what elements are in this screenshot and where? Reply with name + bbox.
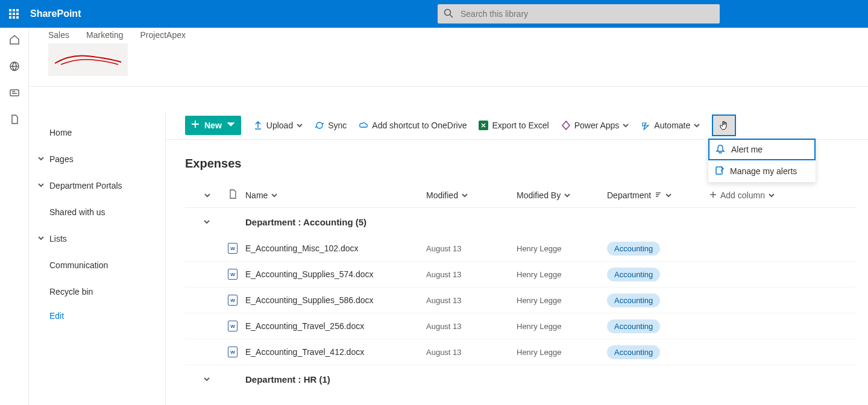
select-all-toggle[interactable] xyxy=(204,190,210,200)
export-excel-button[interactable]: Export to Excel xyxy=(479,121,549,130)
svg-rect-2 xyxy=(16,9,19,11)
document-table: Name Modified Modified By Department Add… xyxy=(166,183,868,393)
chevron-down-icon xyxy=(462,190,468,200)
search-input[interactable] xyxy=(461,9,714,19)
add-column-button[interactable]: Add column xyxy=(709,190,788,200)
department-pill: Accounting xyxy=(607,268,660,281)
department-pill: Accounting xyxy=(607,242,660,256)
search-icon xyxy=(444,8,461,20)
upload-label: Upload xyxy=(266,121,293,130)
group-by-icon xyxy=(655,190,662,200)
nav-label: Home xyxy=(49,128,72,137)
site-logo[interactable] xyxy=(48,43,128,76)
column-modified-by[interactable]: Modified By xyxy=(517,190,607,200)
nav-shared-with-us[interactable]: Shared with us xyxy=(29,199,165,225)
manage-alerts-item[interactable]: Manage my alerts xyxy=(708,160,816,182)
hub-link-projectapex[interactable]: ProjectApex xyxy=(140,30,186,40)
rail-globe-icon[interactable] xyxy=(8,60,20,72)
modified-date: August 13 xyxy=(426,270,462,279)
group-header-hr[interactable]: Department : HR (1) xyxy=(185,365,856,393)
nav-label: Shared with us xyxy=(49,207,105,217)
rail-news-icon[interactable] xyxy=(8,87,20,99)
file-name[interactable]: E_Accounting_Misc_102.docx xyxy=(245,243,359,253)
more-actions-button[interactable] xyxy=(712,115,736,136)
export-label: Export to Excel xyxy=(492,121,549,130)
svg-rect-0 xyxy=(9,9,11,11)
file-name[interactable]: E_Accounting_Travel_256.docx xyxy=(245,321,364,331)
table-row[interactable]: E_Accounting_Supplies_586.docxAugust 13H… xyxy=(185,287,856,313)
nav-communication[interactable]: Communication xyxy=(29,252,165,278)
nav-pages[interactable]: Pages xyxy=(29,146,165,172)
nav-label: Communication xyxy=(49,260,108,270)
power-apps-button[interactable]: Power Apps xyxy=(561,121,629,130)
department-pill: Accounting xyxy=(607,319,660,333)
onedrive-icon xyxy=(359,121,368,130)
group-label: Department : Accounting (5) xyxy=(220,217,366,227)
modified-by[interactable]: Henry Legge xyxy=(517,322,561,331)
rail-home-icon[interactable] xyxy=(8,34,20,46)
command-bar: New Upload Sync Add shortcut to OneDrive… xyxy=(166,111,868,140)
column-modified[interactable]: Modified xyxy=(426,190,517,200)
excel-icon xyxy=(479,121,488,130)
nav-home[interactable]: Home xyxy=(29,119,165,146)
file-name[interactable]: E_Accounting_Travel_412.docx xyxy=(245,347,364,357)
chevron-down-icon xyxy=(37,154,45,164)
alert-me-item[interactable]: Alert me xyxy=(708,139,816,160)
file-name[interactable]: E_Accounting_Supplies_574.docx xyxy=(245,269,374,279)
shortcut-label: Add shortcut to OneDrive xyxy=(372,121,467,130)
add-shortcut-button[interactable]: Add shortcut to OneDrive xyxy=(359,121,467,130)
cursor-hand-icon xyxy=(719,120,729,131)
rail-files-icon[interactable] xyxy=(8,113,20,125)
word-doc-icon xyxy=(228,295,237,306)
svg-rect-1 xyxy=(13,9,15,11)
sync-label: Sync xyxy=(328,121,347,130)
chevron-down-icon xyxy=(37,181,45,190)
modified-by[interactable]: Henry Legge xyxy=(517,348,561,357)
column-name[interactable]: Name xyxy=(245,190,426,200)
app-launcher-button[interactable] xyxy=(0,0,28,28)
modified-by[interactable]: Henry Legge xyxy=(517,296,561,305)
automate-button[interactable]: Automate xyxy=(641,121,700,130)
chevron-down-icon xyxy=(623,121,629,130)
hub-link-sales[interactable]: Sales xyxy=(48,30,69,40)
column-department[interactable]: Department xyxy=(607,190,709,200)
search-box[interactable] xyxy=(438,4,720,24)
automate-label: Automate xyxy=(654,121,690,130)
manage-alerts-label: Manage my alerts xyxy=(730,166,797,176)
suite-brand[interactable]: SharePoint xyxy=(30,8,81,19)
nav-lists[interactable]: Lists xyxy=(29,225,165,252)
table-row[interactable]: E_Accounting_Supplies_574.docxAugust 13H… xyxy=(185,262,856,287)
sync-button[interactable]: Sync xyxy=(315,121,347,130)
nav-department-portals[interactable]: Department Portals xyxy=(29,172,165,199)
chevron-down-icon xyxy=(37,234,45,243)
new-button[interactable]: New xyxy=(185,116,241,135)
nav-label: Pages xyxy=(49,154,74,164)
svg-line-10 xyxy=(450,14,453,17)
table-row[interactable]: E_Accounting_Travel_412.docxAugust 13Hen… xyxy=(185,339,856,365)
table-header: Name Modified Modified By Department Add… xyxy=(185,183,856,208)
modified-by[interactable]: Henry Legge xyxy=(517,244,561,253)
hub-nav: Sales Marketing ProjectApex xyxy=(48,28,868,40)
modified-by[interactable]: Henry Legge xyxy=(517,270,561,279)
svg-rect-7 xyxy=(13,16,15,19)
word-doc-icon xyxy=(228,243,237,254)
table-row[interactable]: E_Accounting_Misc_102.docxAugust 13Henry… xyxy=(185,236,856,262)
file-name[interactable]: E_Accounting_Supplies_586.docx xyxy=(245,295,374,305)
nav-edit-link[interactable]: Edit xyxy=(29,311,165,321)
svg-rect-12 xyxy=(10,90,19,96)
modified-date: August 13 xyxy=(426,296,462,305)
automate-icon xyxy=(641,121,650,130)
department-pill: Accounting xyxy=(607,345,660,359)
upload-button[interactable]: Upload xyxy=(253,121,303,130)
chevron-down-icon xyxy=(271,190,277,200)
chevron-down-icon xyxy=(564,190,570,200)
upload-icon xyxy=(253,121,263,130)
nav-recycle-bin[interactable]: Recycle bin xyxy=(29,278,165,305)
chevron-down-icon xyxy=(769,190,775,200)
hub-link-marketing[interactable]: Marketing xyxy=(86,30,123,40)
word-doc-icon xyxy=(228,321,237,331)
chevron-down-icon xyxy=(694,121,700,130)
svg-point-9 xyxy=(445,9,451,15)
group-header-accounting[interactable]: Department : Accounting (5) xyxy=(185,208,856,236)
table-row[interactable]: E_Accounting_Travel_256.docxAugust 13Hen… xyxy=(185,313,856,339)
